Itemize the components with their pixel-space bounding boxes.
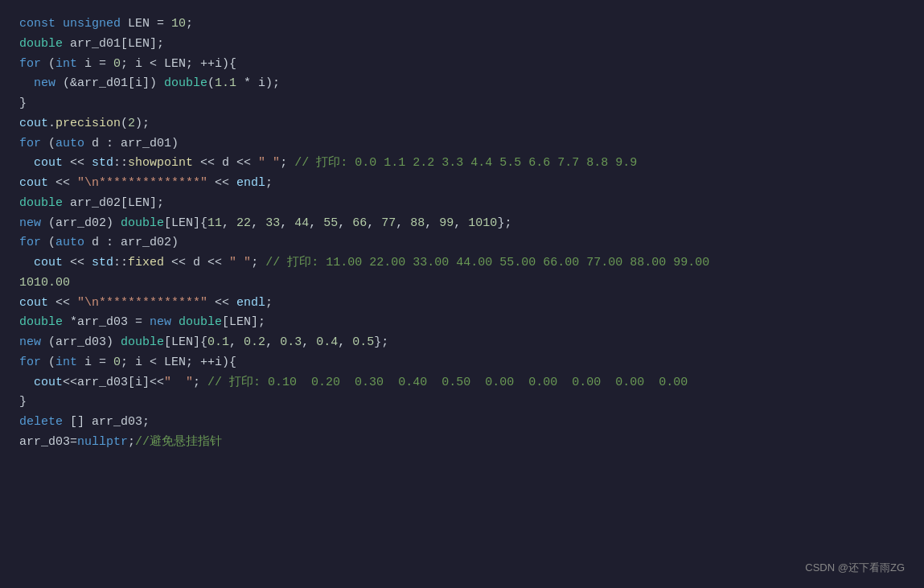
- code-line-2: double arr_d01[LEN];: [19, 35, 905, 55]
- code-line-21: delete [] arr_d03;: [19, 413, 905, 433]
- code-line-14: 1010.00: [19, 273, 905, 294]
- code-line-17: new (arr_d03) double[LEN]{0.1, 0.2, 0.3,…: [19, 333, 905, 353]
- code-line-7: for (auto d : arr_d01): [19, 134, 905, 154]
- code-container: const unsigned LEN = 10; double arr_d01[…: [0, 0, 924, 588]
- code-line-5: }: [19, 94, 905, 114]
- code-line-20: }: [19, 393, 905, 413]
- code-line-10: double arr_d02[LEN];: [19, 194, 905, 214]
- code-line-8: cout << std::showpoint << d << " "; // 打…: [19, 154, 905, 174]
- code-line-16: double *arr_d03 = new double[LEN];: [19, 313, 905, 333]
- code-line-11: new (arr_d02) double[LEN]{11, 22, 33, 44…: [19, 214, 905, 234]
- code-line-3: for (int i = 0; i < LEN; ++i){: [19, 55, 905, 75]
- code-line-12: for (auto d : arr_d02): [19, 233, 905, 253]
- code-line-13: cout << std::fixed << d << " "; // 打印: 1…: [19, 253, 905, 273]
- code-line-19: cout<<arr_d03[i]<<" "; // 打印: 0.10 0.20 …: [19, 373, 905, 393]
- code-line-6: cout.precision(2);: [19, 114, 905, 134]
- code-line-22: arr_d03=nullptr;//避免悬挂指针: [19, 433, 905, 453]
- code-line-18: for (int i = 0; i < LEN; ++i){: [19, 353, 905, 373]
- code-line-9: cout << "\n**************" << endl;: [19, 174, 905, 194]
- watermark: CSDN @还下看雨ZG: [805, 560, 905, 577]
- code-line-1: const unsigned LEN = 10;: [19, 14, 905, 35]
- code-line-4: new (&arr_d01[i]) double(1.1 * i);: [19, 74, 905, 94]
- code-line-15: cout << "\n**************" << endl;: [19, 294, 905, 314]
